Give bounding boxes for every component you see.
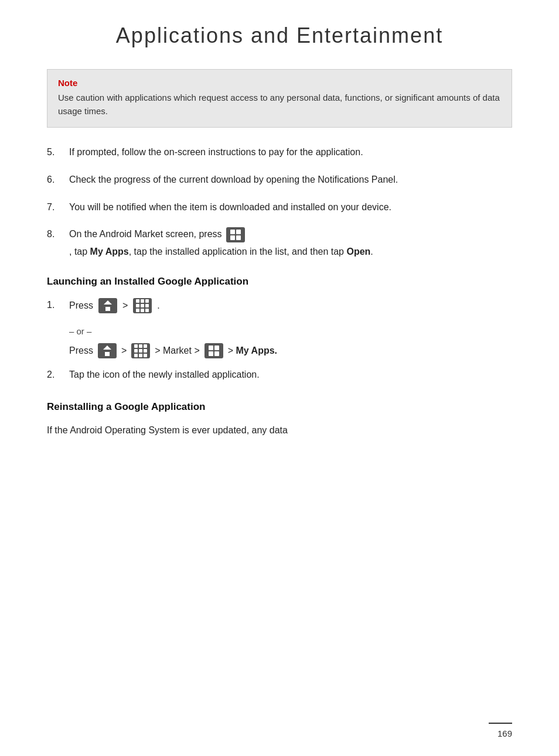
step-6-number: 6.: [47, 173, 69, 187]
page-title: Applications and Entertainment: [47, 23, 512, 48]
page-container: Applications and Entertainment Note Use …: [0, 0, 559, 756]
step-7-text: You will be notified when the item is do…: [69, 200, 512, 215]
menu-cell-4: [236, 235, 241, 240]
home-icon-1: [98, 298, 117, 313]
press-label-2: Press: [69, 345, 93, 356]
section2-text: If the Android Operating System is ever …: [47, 423, 512, 438]
menu-cell-3: [230, 235, 235, 240]
my-apps-bold: My Apps.: [236, 345, 278, 355]
step-8-text-before: On the Android Market screen, press: [69, 227, 222, 242]
menu-icon-inner-2: [209, 345, 219, 356]
period-1: .: [157, 299, 159, 313]
my-apps-alt: > My Apps.: [228, 345, 277, 356]
my-apps-label: My Apps: [90, 247, 129, 256]
step-5-number: 5.: [47, 145, 69, 160]
press-label-1: Press: [69, 299, 93, 313]
section2-heading: Reinstalling a Google Application: [47, 401, 512, 413]
launch-step-1: 1. Press >: [47, 298, 512, 313]
bottom-line: [489, 723, 512, 724]
launch-step-1-content: Press >: [69, 298, 512, 313]
steps-list: 5. If prompted, follow the on-screen ins…: [47, 145, 512, 259]
menu-icon-inner: [230, 230, 241, 240]
grid-icon-inner-2: [134, 344, 147, 357]
menu-cell-1: [230, 230, 235, 234]
launch-step-1-number: 1.: [47, 298, 69, 313]
open-label: Open: [346, 247, 370, 256]
note-text: Use caution with applications which requ…: [58, 91, 501, 118]
step-7-number: 7.: [47, 200, 69, 215]
launch-step-2-text: Tap the icon of the newly installed appl…: [69, 368, 512, 382]
step-8-number: 8.: [47, 227, 69, 242]
home-icon-2: [98, 343, 117, 358]
step-8-text-middle: , tap My Apps, tap the installed applica…: [69, 245, 373, 259]
menu-cell-2: [236, 230, 241, 234]
menu-icon-2: [204, 343, 223, 358]
grid-icon-1: [133, 298, 152, 313]
press-alt-line: Press > > Market >: [69, 343, 512, 358]
section1-heading: Launching an Installed Google Applicatio…: [47, 276, 512, 288]
grid-icon-2: [131, 343, 150, 358]
step-6-text: Check the progress of the current downlo…: [69, 173, 512, 187]
step-5-text: If prompted, follow the on-screen instru…: [69, 145, 512, 160]
note-box: Note Use caution with applications which…: [47, 69, 512, 128]
page-number: 169: [497, 728, 512, 738]
step-5: 5. If prompted, follow the on-screen ins…: [47, 145, 512, 160]
arrow-2: >: [121, 345, 127, 356]
step-6: 6. Check the progress of the current dow…: [47, 173, 512, 187]
step-8-text: On the Android Market screen, press , ta…: [69, 227, 512, 259]
grid-icon-inner-1: [136, 299, 149, 312]
step-7: 7. You will be notified when the item is…: [47, 200, 512, 215]
note-label: Note: [58, 78, 501, 88]
or-line: – or –: [69, 326, 512, 336]
step-8: 8. On the Android Market screen, press ,…: [47, 227, 512, 259]
launch-step-2: 2. Tap the icon of the newly installed a…: [47, 368, 512, 382]
market-label: > Market >: [155, 345, 199, 356]
step-8-content: On the Android Market screen, press , ta…: [69, 227, 512, 259]
launch-step-1-text: Press >: [69, 298, 512, 313]
launch-step-2-number: 2.: [47, 368, 69, 382]
menu-icon: [226, 227, 245, 242]
arrow-1: >: [122, 299, 128, 313]
